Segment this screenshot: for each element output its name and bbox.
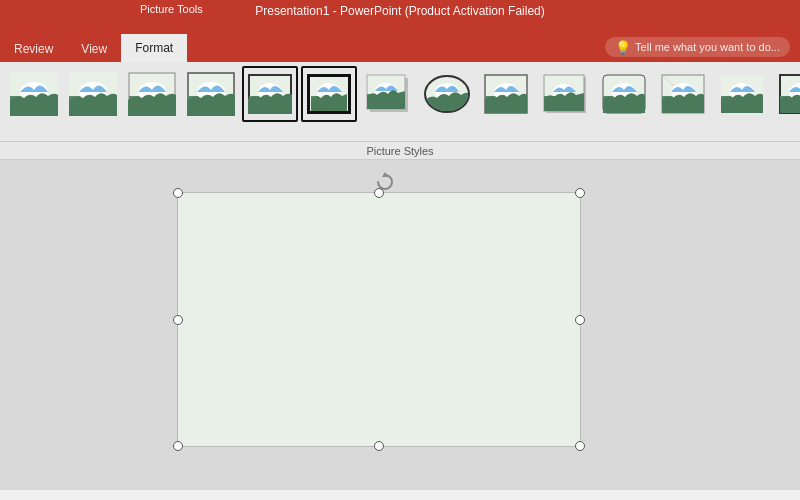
picture-style-4[interactable] — [242, 66, 298, 122]
picture-style-10[interactable] — [596, 66, 652, 122]
handle-bottom-left[interactable] — [173, 441, 183, 451]
picture-style-8[interactable] — [478, 66, 534, 122]
handle-top-left[interactable] — [173, 188, 183, 198]
handle-left-middle[interactable] — [173, 315, 183, 325]
picture-style-6[interactable] — [360, 66, 416, 122]
picture-style-1[interactable] — [65, 66, 121, 122]
picture-style-5[interactable] — [301, 66, 357, 122]
picture-style-13[interactable] — [773, 66, 800, 122]
picture-style-12[interactable] — [714, 66, 770, 122]
picture-styles-label: Picture Styles — [0, 142, 800, 160]
handle-top-middle[interactable] — [374, 188, 384, 198]
picture-tools-label: Picture Tools — [140, 3, 203, 15]
tab-review[interactable]: Review — [0, 36, 67, 62]
ribbon-content — [0, 62, 800, 142]
tell-me-box[interactable]: 💡 Tell me what you want to do... — [605, 37, 790, 57]
tab-format[interactable]: Format — [121, 34, 187, 62]
handle-bottom-middle[interactable] — [374, 441, 384, 451]
window-title: Presentation1 - PowerPoint (Product Acti… — [255, 4, 544, 18]
picture-style-11[interactable] — [655, 66, 711, 122]
tell-me-placeholder: Tell me what you want to do... — [635, 41, 780, 53]
tab-view[interactable]: View — [67, 36, 121, 62]
picture-style-7[interactable] — [419, 66, 475, 122]
main-canvas — [0, 160, 800, 490]
handle-right-middle[interactable] — [575, 315, 585, 325]
picture-style-9[interactable] — [537, 66, 593, 122]
picture-style-3[interactable] — [183, 66, 239, 122]
handle-bottom-right[interactable] — [575, 441, 585, 451]
selected-picture — [177, 192, 581, 447]
picture-style-0[interactable] — [6, 66, 62, 122]
handle-top-right[interactable] — [575, 188, 585, 198]
lightbulb-icon: 💡 — [615, 40, 631, 55]
picture-style-2[interactable] — [124, 66, 180, 122]
